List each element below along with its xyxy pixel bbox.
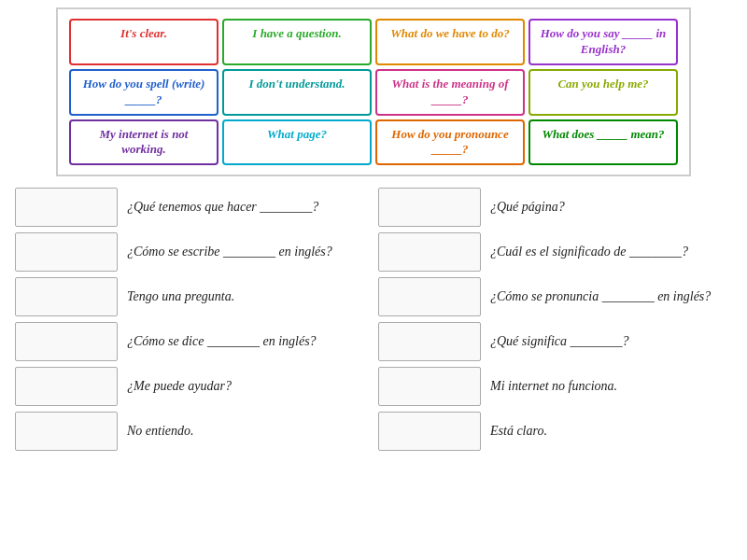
left-matching-col: ¿Qué tenemos que hacer ________?¿Cómo se… (15, 188, 369, 451)
match-row: ¿Cómo se pronuncia ________ en inglés? (378, 277, 732, 316)
match-box-lm-6[interactable] (15, 412, 118, 451)
card-9[interactable]: My internet is not working. (69, 119, 218, 166)
card-1[interactable]: It's clear. (69, 19, 218, 65)
match-row: ¿Cuál es el significado de ________? (378, 232, 732, 272)
match-box-lm-1[interactable] (15, 188, 118, 227)
match-row: ¿Me puede ayudar? (15, 367, 369, 406)
match-row: ¿Cómo se escribe ________ en inglés? (15, 232, 369, 272)
match-box-rm-4[interactable] (378, 322, 481, 361)
card-8[interactable]: Can you help me? (529, 69, 678, 116)
card-2[interactable]: I have a question. (222, 19, 372, 65)
match-text-lm-6: No entiendo. (127, 423, 194, 441)
match-text-rm-2: ¿Cuál es el significado de ________? (490, 244, 688, 261)
match-text-lm-2: ¿Cómo se escribe ________ en inglés? (127, 244, 332, 261)
match-box-rm-3[interactable] (378, 277, 481, 316)
match-text-lm-3: Tengo una pregunta. (127, 288, 234, 306)
match-text-rm-6: Está claro. (490, 423, 547, 441)
match-text-rm-4: ¿Qué significa ________? (490, 333, 629, 351)
match-box-lm-4[interactable] (15, 322, 118, 361)
match-box-rm-6[interactable] (378, 412, 481, 451)
card-11[interactable]: How do you pronounce _____? (375, 119, 525, 166)
match-box-lm-5[interactable] (15, 367, 118, 406)
match-text-lm-4: ¿Cómo se dice ________ en inglés? (127, 333, 317, 351)
match-row: Está claro. (378, 412, 732, 451)
match-row: ¿Qué significa ________? (378, 322, 732, 361)
matching-section: ¿Qué tenemos que hacer ________?¿Cómo se… (0, 184, 747, 455)
match-text-rm-3: ¿Cómo se pronuncia ________ en inglés? (490, 288, 711, 306)
right-matching-col: ¿Qué página?¿Cuál es el significado de _… (378, 188, 732, 451)
card-12[interactable]: What does _____ mean? (529, 119, 678, 166)
match-row: Mi internet no funciona. (378, 367, 732, 406)
match-row: ¿Qué página? (378, 188, 732, 227)
card-10[interactable]: What page? (222, 119, 372, 166)
match-text-lm-5: ¿Me puede ayudar? (127, 378, 232, 396)
card-4[interactable]: How do you say _____ in English? (529, 19, 678, 65)
phrase-cards-grid: It's clear.I have a question.What do we … (56, 7, 691, 176)
card-3[interactable]: What do we have to do? (375, 19, 525, 65)
match-box-lm-3[interactable] (15, 277, 118, 316)
match-row: No entiendo. (15, 412, 369, 451)
match-row: ¿Qué tenemos que hacer ________? (15, 188, 369, 227)
match-row: ¿Cómo se dice ________ en inglés? (15, 322, 369, 361)
match-text-rm-5: Mi internet no funciona. (490, 378, 617, 396)
match-box-rm-5[interactable] (378, 367, 481, 406)
card-7[interactable]: What is the meaning of _____? (375, 69, 525, 116)
match-box-rm-2[interactable] (378, 232, 481, 272)
match-box-lm-2[interactable] (15, 232, 118, 272)
match-text-lm-1: ¿Qué tenemos que hacer ________? (127, 199, 318, 217)
match-text-rm-1: ¿Qué página? (490, 199, 565, 217)
match-box-rm-1[interactable] (378, 188, 481, 227)
match-row: Tengo una pregunta. (15, 277, 369, 316)
card-5[interactable]: How do you spell (write) _____? (69, 69, 218, 116)
card-6[interactable]: I don't understand. (222, 69, 372, 116)
